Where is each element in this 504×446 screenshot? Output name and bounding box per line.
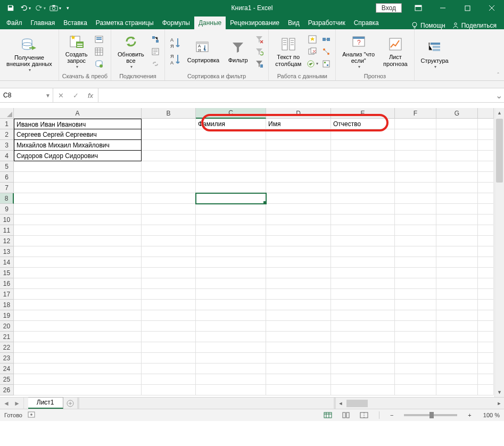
- cell-10[interactable]: [478, 214, 494, 225]
- cell-D22[interactable]: [266, 342, 331, 353]
- cell-12[interactable]: [478, 236, 494, 246]
- hscroll-left-button[interactable]: ◄: [336, 398, 345, 409]
- close-button[interactable]: [480, 0, 504, 16]
- cell-E6[interactable]: [331, 172, 395, 183]
- cell-D26[interactable]: [266, 385, 331, 395]
- cell-F22[interactable]: [395, 342, 436, 353]
- cell-B20[interactable]: [142, 321, 196, 332]
- cell-C25[interactable]: [196, 374, 266, 385]
- cell-B15[interactable]: [142, 268, 196, 278]
- cell-G25[interactable]: [436, 374, 478, 385]
- row-header-21[interactable]: 21: [0, 332, 14, 342]
- cell-C24[interactable]: [196, 364, 266, 374]
- name-box-input[interactable]: [3, 92, 40, 99]
- zoom-level[interactable]: 100 %: [483, 412, 500, 418]
- macro-record-button[interactable]: [28, 411, 35, 419]
- cell-F6[interactable]: [395, 172, 436, 183]
- cell-E11[interactable]: [331, 225, 395, 236]
- cell-C15[interactable]: [196, 268, 266, 278]
- row-header-4[interactable]: 4: [0, 151, 14, 161]
- cell-C2[interactable]: [196, 129, 266, 140]
- cell-16[interactable]: [478, 278, 494, 289]
- cell-G18[interactable]: [436, 300, 478, 310]
- cell-F7[interactable]: [395, 183, 436, 193]
- cell-D21[interactable]: [266, 332, 331, 342]
- sheet-tab-active[interactable]: Лист1: [28, 397, 63, 409]
- cell-B25[interactable]: [142, 374, 196, 385]
- consolidate-button[interactable]: [320, 34, 332, 45]
- manage-data-model-button[interactable]: [320, 58, 332, 70]
- cell-F10[interactable]: [395, 214, 436, 225]
- cell-F15[interactable]: [395, 268, 436, 278]
- column-header-F[interactable]: F: [395, 108, 436, 119]
- row-header-22[interactable]: 22: [0, 342, 14, 353]
- cell-F19[interactable]: [395, 310, 436, 321]
- cell-C7[interactable]: [196, 183, 266, 193]
- cell-20[interactable]: [478, 321, 494, 332]
- cell-B5[interactable]: [142, 161, 196, 172]
- row-header-16[interactable]: 16: [0, 278, 14, 289]
- cell-F18[interactable]: [395, 300, 436, 310]
- row-header-7[interactable]: 7: [0, 183, 14, 193]
- page-layout-view-button[interactable]: [340, 410, 352, 420]
- cell-E25[interactable]: [331, 374, 395, 385]
- scroll-down-button[interactable]: ▼: [495, 387, 504, 397]
- cell-B3[interactable]: [142, 140, 196, 151]
- cell-D7[interactable]: [266, 183, 331, 193]
- cell-F12[interactable]: [395, 236, 436, 246]
- cell-D19[interactable]: [266, 310, 331, 321]
- cell-E7[interactable]: [331, 183, 395, 193]
- connections-button[interactable]: [150, 34, 161, 45]
- cell-B14[interactable]: [142, 257, 196, 268]
- clear-filter-button[interactable]: [253, 34, 265, 45]
- refresh-all-button[interactable]: Обновить все ▾: [114, 32, 147, 71]
- cell-F5[interactable]: [395, 161, 436, 172]
- cell-A18[interactable]: [14, 300, 142, 310]
- cell-D13[interactable]: [266, 246, 331, 257]
- cell-19[interactable]: [478, 310, 494, 321]
- hscroll-thumb[interactable]: [346, 400, 368, 407]
- share-button[interactable]: Поделиться: [452, 22, 497, 29]
- cell-C18[interactable]: [196, 300, 266, 310]
- cell-F13[interactable]: [395, 246, 436, 257]
- cell-E24[interactable]: [331, 364, 395, 374]
- row-header-17[interactable]: 17: [0, 289, 14, 300]
- cell-G13[interactable]: [436, 246, 478, 257]
- tab-insert[interactable]: Вставка: [59, 16, 92, 29]
- cell-G26[interactable]: [436, 385, 478, 395]
- vertical-scrollbar[interactable]: ▲ ▼: [494, 108, 504, 397]
- row-header-20[interactable]: 20: [0, 321, 14, 332]
- cell-F26[interactable]: [395, 385, 436, 395]
- confirm-formula-button[interactable]: ✓: [68, 88, 83, 102]
- cell-A6[interactable]: [14, 172, 142, 183]
- cell-E13[interactable]: [331, 246, 395, 257]
- cell-1[interactable]: [478, 119, 494, 129]
- show-queries-button[interactable]: [93, 34, 105, 45]
- cell-F8[interactable]: [395, 193, 436, 204]
- row-header-3[interactable]: 3: [0, 140, 14, 151]
- cell-C11[interactable]: [196, 225, 266, 236]
- login-button[interactable]: Вход: [376, 3, 402, 13]
- cell-C9[interactable]: [196, 204, 266, 214]
- row-header-13[interactable]: 13: [0, 246, 14, 257]
- tell-me-button[interactable]: Помощн: [411, 22, 445, 29]
- cell-E21[interactable]: [331, 332, 395, 342]
- cell-E14[interactable]: [331, 257, 395, 268]
- cell-A10[interactable]: [14, 214, 142, 225]
- undo-button[interactable]: ▾: [19, 2, 32, 14]
- cell-A9[interactable]: [14, 204, 142, 214]
- recent-sources-button[interactable]: [93, 58, 105, 70]
- cell-B4[interactable]: [142, 151, 196, 161]
- cell-C23[interactable]: [196, 353, 266, 364]
- cell-C22[interactable]: [196, 342, 266, 353]
- cell-A5[interactable]: [14, 161, 142, 172]
- cell-E23[interactable]: [331, 353, 395, 364]
- cell-C21[interactable]: [196, 332, 266, 342]
- cell-B6[interactable]: [142, 172, 196, 183]
- cell-G21[interactable]: [436, 332, 478, 342]
- cell-B21[interactable]: [142, 332, 196, 342]
- sort-za-button[interactable]: ЯА: [168, 52, 182, 68]
- horizontal-scrollbar[interactable]: [345, 400, 494, 407]
- tab-file[interactable]: Файл: [2, 16, 27, 29]
- select-all-button[interactable]: [0, 108, 14, 119]
